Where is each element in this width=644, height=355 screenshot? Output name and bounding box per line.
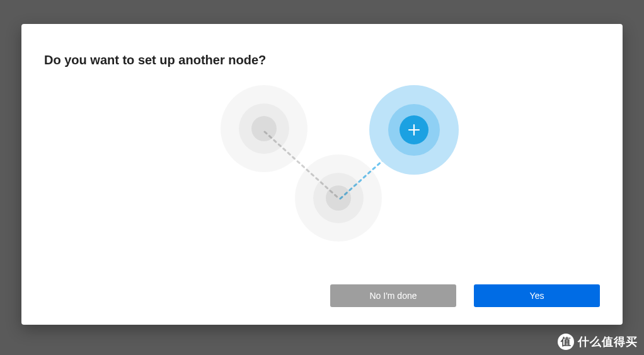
existing-node-2 bbox=[295, 154, 382, 242]
yes-button[interactable]: Yes bbox=[474, 284, 600, 307]
dialog-title: Do you want to set up another node? bbox=[44, 53, 600, 67]
setup-node-dialog: Do you want to set up another node? bbox=[21, 24, 623, 325]
existing-node-1 bbox=[221, 85, 308, 172]
watermark-text: 什么值得买 bbox=[578, 334, 638, 349]
watermark-badge: 值 bbox=[558, 334, 574, 350]
plus-icon bbox=[408, 124, 420, 136]
dialog-footer: No I'm done Yes bbox=[44, 284, 600, 307]
node-illustration bbox=[44, 67, 600, 284]
add-node bbox=[369, 85, 459, 175]
no-button[interactable]: No I'm done bbox=[330, 284, 456, 307]
watermark: 值 什么值得买 bbox=[558, 334, 638, 350]
